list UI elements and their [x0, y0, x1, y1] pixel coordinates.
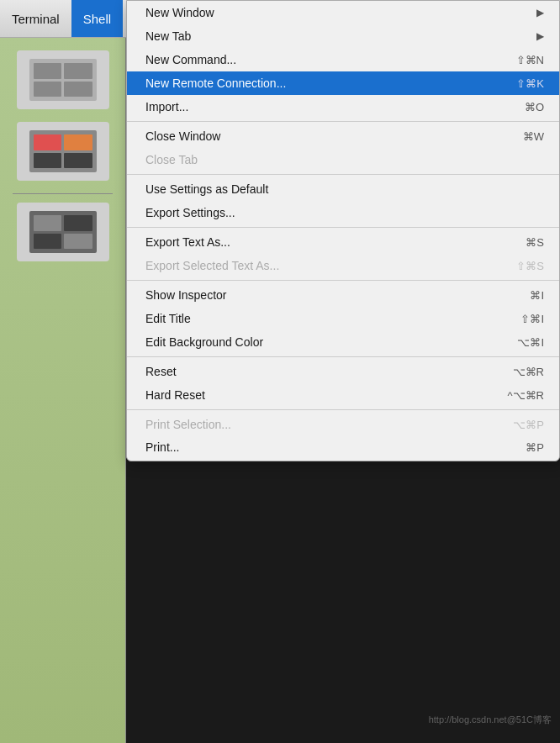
shortcut-label: ⇧⌘I — [520, 313, 544, 325]
menu-item-label: Show Inspector — [145, 288, 505, 302]
menu-item-export-text-as[interactable]: Export Text As... ⌘S — [127, 230, 559, 254]
menu-item-label: Hard Reset — [145, 388, 483, 402]
menu-item-label: New Window — [145, 6, 536, 19]
thumb-block — [64, 153, 92, 169]
menu-item-label: Export Settings... — [145, 206, 544, 219]
menu-item-new-remote-connection[interactable]: New Remote Connection... ⇧⌘K — [127, 71, 559, 95]
menu-item-label: New Remote Connection... — [145, 76, 491, 90]
shortcut-label: ⌥⌘R — [513, 366, 544, 378]
shortcut-label: ⌥⌘I — [517, 336, 544, 349]
sidebar-divider — [13, 193, 113, 194]
shortcut-label: ⇧⌘N — [516, 54, 544, 66]
shortcut-label: ⌘P — [526, 441, 544, 454]
thumb-block — [64, 215, 92, 231]
thumb-block — [34, 63, 62, 79]
menu-item-label: Print Selection... — [145, 418, 488, 431]
menu-item-print[interactable]: Print... ⌘P — [127, 436, 559, 461]
menu-item-use-settings-default[interactable]: Use Settings as Default — [127, 177, 559, 201]
menu-item-label: New Tab — [145, 29, 536, 43]
shortcut-label: ⇧⌘S — [516, 260, 544, 272]
shortcut-label: ⌘O — [525, 101, 544, 113]
menu-shell[interactable]: Shell — [71, 0, 123, 37]
menu-item-show-inspector[interactable]: Show Inspector ⌘I — [127, 283, 559, 307]
shortcut-label: ⌘W — [523, 130, 544, 143]
menu-item-label: Reset — [145, 365, 488, 378]
menu-item-label: Export Selected Text As... — [145, 259, 491, 272]
menu-item-import[interactable]: Import... ⌘O — [127, 95, 559, 119]
thumb-block — [34, 134, 62, 150]
menu-item-label: Close Window — [145, 129, 498, 143]
menu-separator — [127, 409, 559, 410]
menu-item-new-command[interactable]: New Command... ⇧⌘N — [127, 48, 559, 71]
thumb-block — [64, 63, 92, 79]
thumb-block — [34, 153, 62, 169]
shell-dropdown: New Window ▶ New Tab ▶ New Command... ⇧⌘… — [126, 0, 560, 461]
thumb-block — [64, 82, 92, 97]
menu-item-close-tab: Close Tab — [127, 148, 559, 171]
menu-item-label: New Command... — [145, 53, 491, 66]
menu-terminal[interactable]: Terminal — [0, 0, 71, 37]
menu-item-label: Use Settings as Default — [145, 182, 544, 196]
menu-item-new-tab[interactable]: New Tab ▶ — [127, 24, 559, 48]
thumb-block — [64, 234, 92, 250]
sidebar-thumbnail-3 — [17, 203, 109, 261]
menu-separator — [127, 227, 559, 228]
menu-item-label: Import... — [145, 100, 499, 113]
menu-item-label: Edit Title — [145, 312, 495, 325]
menu-item-export-settings[interactable]: Export Settings... — [127, 201, 559, 224]
sidebar-thumbnail-1 — [17, 50, 109, 109]
menu-item-label: Close Tab — [145, 153, 544, 166]
menu-item-label: Export Text As... — [145, 235, 500, 249]
menu-item-label: Edit Background Color — [145, 335, 492, 349]
menu-item-export-selected-text-as: Export Selected Text As... ⇧⌘S — [127, 254, 559, 277]
menu-item-close-window[interactable]: Close Window ⌘W — [127, 124, 559, 148]
menu-separator — [127, 356, 559, 357]
submenu-arrow: ▶ — [536, 7, 544, 18]
shortcut-label: ⌘S — [526, 236, 544, 249]
shortcut-label: ⇧⌘K — [516, 77, 544, 90]
menu-item-edit-title[interactable]: Edit Title ⇧⌘I — [127, 307, 559, 330]
sidebar — [0, 38, 126, 743]
shortcut-label: ⌥⌘P — [513, 419, 544, 431]
menu-item-new-window[interactable]: New Window ▶ — [127, 1, 559, 24]
shortcut-label: ⌘I — [530, 289, 544, 302]
menu-separator — [127, 280, 559, 281]
sidebar-thumbnail-2 — [17, 122, 109, 181]
menu-item-reset[interactable]: Reset ⌥⌘R — [127, 360, 559, 383]
submenu-arrow: ▶ — [536, 30, 544, 42]
thumb-block — [34, 82, 62, 97]
shortcut-label: ^⌥⌘R — [508, 389, 545, 402]
thumb-block — [64, 134, 92, 150]
menu-separator — [127, 174, 559, 175]
menu-separator — [127, 121, 559, 122]
menu-item-print-selection: Print Selection... ⌥⌘P — [127, 413, 559, 436]
thumb-block — [34, 215, 62, 231]
menu-item-hard-reset[interactable]: Hard Reset ^⌥⌘R — [127, 383, 559, 407]
menu-item-edit-background-color[interactable]: Edit Background Color ⌥⌘I — [127, 330, 559, 354]
menu-item-label: Print... — [145, 440, 500, 454]
thumb-block — [34, 234, 62, 250]
